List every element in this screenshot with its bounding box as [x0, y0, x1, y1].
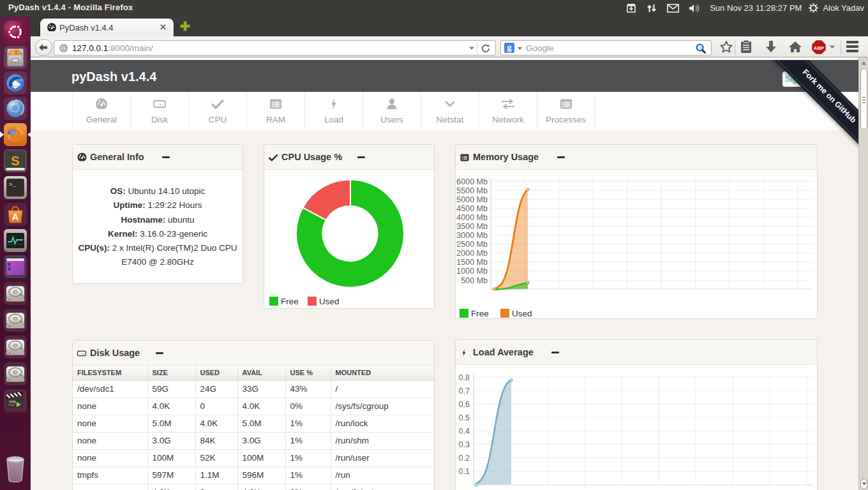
svg-text:0.3: 0.3	[459, 440, 470, 449]
svg-text:6000 Mb: 6000 Mb	[456, 177, 488, 186]
svg-text:A: A	[12, 212, 19, 222]
svg-text:4500 Mb: 4500 Mb	[456, 204, 488, 213]
svg-text:4000 Mb: 4000 Mb	[456, 213, 488, 222]
svg-text:>_: >_	[9, 182, 16, 188]
svg-text:3500 Mb: 3500 Mb	[456, 222, 488, 231]
svg-text:5000 Mb: 5000 Mb	[456, 195, 488, 204]
svg-text:3000 Mb: 3000 Mb	[456, 231, 488, 240]
svg-text:5500 Mb: 5500 Mb	[456, 186, 488, 195]
svg-text:S: S	[11, 154, 19, 168]
svg-text:0.2: 0.2	[459, 454, 470, 463]
svg-text:500 Mb: 500 Mb	[461, 276, 488, 285]
svg-text:TPB: TPB	[9, 400, 16, 404]
svg-text:0.6: 0.6	[459, 400, 470, 409]
svg-text:0.1: 0.1	[459, 467, 470, 476]
svg-text:1500 Mb: 1500 Mb	[456, 258, 488, 267]
svg-text:0.5: 0.5	[459, 413, 470, 422]
svg-text:0.8: 0.8	[459, 373, 470, 382]
svg-text:2500 Mb: 2500 Mb	[456, 240, 488, 249]
svg-text:2000 Mb: 2000 Mb	[456, 249, 488, 258]
svg-text:0.4: 0.4	[459, 427, 470, 436]
svg-text:1000 Mb: 1000 Mb	[456, 267, 488, 276]
svg-text:0.7: 0.7	[459, 387, 470, 396]
svg-text:ABP: ABP	[814, 45, 825, 51]
